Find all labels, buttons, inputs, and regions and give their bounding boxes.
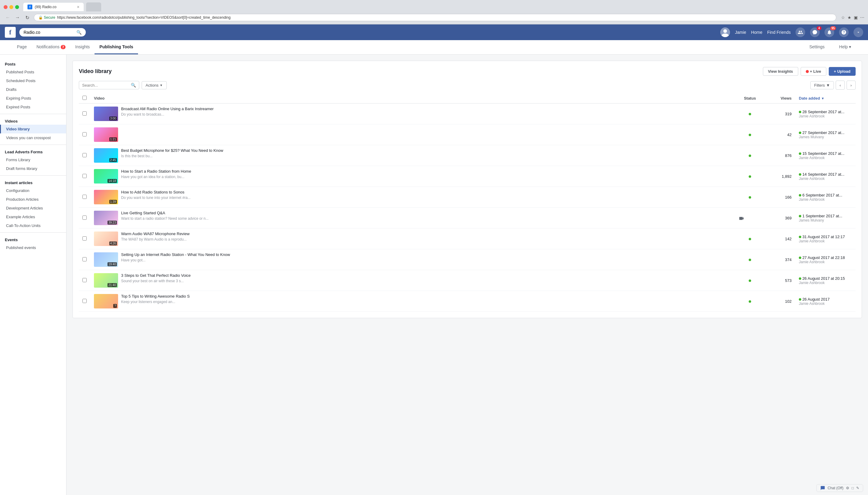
friends-icon-button[interactable] <box>796 28 805 37</box>
bookmark-icon[interactable]: ☆ <box>841 15 845 20</box>
video-thumbnail[interactable]: 2:45 <box>94 148 118 163</box>
url-bar[interactable]: 🔒 Secure https://www.facebook.com/radiod… <box>34 14 836 21</box>
user-avatar[interactable] <box>720 28 730 37</box>
search-box[interactable]: 🔍 <box>79 81 139 89</box>
star-icon[interactable]: ★ <box>848 15 851 20</box>
forward-button[interactable]: → <box>13 13 22 22</box>
sidebar-item-published-events[interactable]: Published events <box>0 243 66 252</box>
video-duration: 3:00 <box>109 117 117 120</box>
sidebar-item-expiring-posts[interactable]: Expiring Posts <box>0 94 66 103</box>
page-nav-notifications[interactable]: Notifications7 <box>32 40 70 54</box>
row-checkbox-7[interactable] <box>82 236 87 241</box>
video-thumbnail[interactable]: 21:40 <box>94 273 118 288</box>
date-column-header[interactable]: Date added ▼ <box>795 93 856 104</box>
chat-settings-icon[interactable]: ⚙ <box>846 486 849 490</box>
browser-toolbar-icons: ☆ ★ ▣ ⋯ <box>841 15 864 20</box>
video-duration: 2:45 <box>109 158 117 162</box>
video-date-cell: 14 September 2017 at... Jamie Ashbrook <box>799 172 852 181</box>
live-button[interactable]: + Live <box>801 67 826 76</box>
page-nav-right: Settings Help ▾ <box>805 40 856 54</box>
video-thumbnail[interactable]: 3:00 <box>94 106 118 121</box>
sidebar-item-development-articles[interactable]: Development Articles <box>0 204 66 212</box>
chat-expand-icon[interactable]: □ <box>852 486 854 490</box>
maximize-window-button[interactable] <box>15 5 19 9</box>
row-checkbox-10[interactable] <box>82 299 87 303</box>
sidebar-section-instant-articles: Instant articles <box>0 178 66 186</box>
close-window-button[interactable] <box>4 5 7 9</box>
help-link[interactable]: Help ▾ <box>834 40 856 54</box>
video-info: 3 Steps to Get That Perfect Radio Voice … <box>121 273 731 284</box>
minimize-window-button[interactable] <box>10 5 13 9</box>
tab-sync-icon[interactable]: ▣ <box>854 15 858 20</box>
find-friends-link[interactable]: Find Friends <box>767 30 791 35</box>
select-all-header <box>79 93 90 104</box>
facebook-search-box[interactable]: 🔍 <box>19 28 86 36</box>
sidebar-item-scheduled-posts[interactable]: Scheduled Posts <box>0 76 66 85</box>
back-button[interactable]: ← <box>4 13 12 22</box>
actions-button[interactable]: Actions ▼ <box>141 81 167 89</box>
refresh-button[interactable]: ↻ <box>23 13 31 22</box>
home-link[interactable]: Home <box>751 30 762 35</box>
row-checkbox-1[interactable] <box>82 112 87 116</box>
sidebar-item-configuration[interactable]: Configuration <box>0 186 66 195</box>
video-thumbnail[interactable]: 1:39 <box>94 190 118 204</box>
select-all-checkbox[interactable] <box>82 96 87 100</box>
account-menu-button[interactable] <box>853 28 863 37</box>
video-date-cell: 27 August 2017 at 22:18 Jamie Ashbrook <box>799 255 852 264</box>
status-dot <box>749 196 751 199</box>
video-thumbnail[interactable]: 1:21 <box>94 127 118 142</box>
sidebar-item-expired-posts[interactable]: Expired Posts <box>0 103 66 112</box>
sidebar-item-forms-library[interactable]: Forms Library <box>0 155 66 164</box>
video-thumbnail[interactable]: 14:18 <box>94 169 118 184</box>
new-tab-button[interactable] <box>86 2 101 12</box>
sidebar-item-video-library[interactable]: Video library <box>0 125 66 133</box>
browser-tab[interactable]: f (99) Radio.co × <box>23 3 84 11</box>
page-nav-page[interactable]: Page <box>12 40 32 54</box>
page-nav-insights[interactable]: Insights <box>70 40 95 54</box>
video-thumbnail[interactable]: 19:40 <box>94 252 118 267</box>
help-icon-button[interactable] <box>839 28 849 37</box>
sidebar-item-production-articles[interactable]: Production Articles <box>0 195 66 204</box>
upload-button[interactable]: + Upload <box>829 67 856 76</box>
date-text: 27 September 2017 at... <box>802 131 845 135</box>
notifications-icon-button[interactable]: 95 <box>824 28 834 37</box>
next-page-button[interactable]: › <box>847 81 856 90</box>
video-thumbnail[interactable]: 39:23 <box>94 211 118 225</box>
search-input[interactable] <box>82 83 129 87</box>
row-checkbox-8[interactable] <box>82 257 87 261</box>
video-thumbnail[interactable]: ? <box>94 294 118 308</box>
video-title: Warm Audio WA87 Microphone Review <box>121 232 731 237</box>
filters-button[interactable]: Filters ▼ <box>810 81 834 89</box>
settings-link[interactable]: Settings <box>805 40 830 54</box>
sidebar-item-published-posts[interactable]: Published Posts <box>0 68 66 76</box>
sidebar-item-drafts[interactable]: Drafts <box>0 85 66 94</box>
row-checkbox-9[interactable] <box>82 278 87 282</box>
video-duration: 21:40 <box>107 283 117 287</box>
page-nav-publishing-tools[interactable]: Publishing Tools <box>95 40 138 54</box>
more-icon[interactable]: ⋯ <box>860 15 864 20</box>
sidebar-item-example-articles[interactable]: Example Articles <box>0 212 66 221</box>
view-insights-button[interactable]: View Insights <box>763 67 798 76</box>
messenger-icon-button[interactable]: 4 <box>810 28 820 37</box>
video-thumbnail[interactable]: 4:26 <box>94 232 118 246</box>
browser-urlbar: ← → ↻ 🔒 Secure https://www.facebook.com/… <box>0 12 868 24</box>
sidebar-item-draft-forms[interactable]: Draft forms library <box>0 164 66 173</box>
facebook-search-input[interactable] <box>23 30 74 35</box>
chat-compose-icon[interactable]: ✎ <box>856 486 859 490</box>
sidebar-item-cta-units[interactable]: Call-To-Action Units <box>0 221 66 230</box>
chat-widget[interactable]: Chat (Off) ⚙ □ ✎ <box>816 484 863 492</box>
video-date-cell: 27 September 2017 at... James Mulvany <box>799 131 852 139</box>
main-layout: Posts Published Posts Scheduled Posts Dr… <box>0 55 868 495</box>
row-checkbox-6[interactable] <box>82 216 87 220</box>
video-views: 573 <box>765 270 795 291</box>
tab-close-button[interactable]: × <box>77 4 80 10</box>
row-checkbox-3[interactable] <box>82 153 87 157</box>
prev-page-button[interactable]: ‹ <box>836 81 845 90</box>
row-checkbox-2[interactable] <box>82 132 87 136</box>
date-text: 28 September 2017 at... <box>802 109 845 114</box>
row-checkbox-4[interactable] <box>82 174 87 178</box>
date-text: 26 August 2017 at 20:15 <box>802 276 845 281</box>
date-status-dot <box>799 152 801 155</box>
sidebar-item-videos-crosspost[interactable]: Videos you can crosspost <box>0 133 66 142</box>
row-checkbox-5[interactable] <box>82 195 87 199</box>
